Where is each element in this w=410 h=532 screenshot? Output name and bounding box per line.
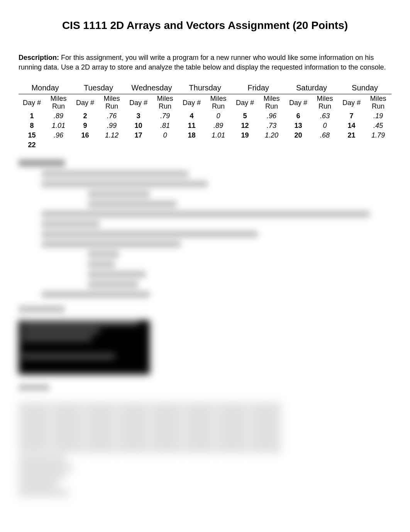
page-title: CIS 1111 2D Arrays and Vectors Assignmen… <box>19 19 391 32</box>
subheader-day: Day # <box>72 94 98 111</box>
day-number-cell: 8 <box>19 121 45 131</box>
miles-run-cell: .89 <box>205 121 232 131</box>
header-wednesday: Wednesday <box>125 82 178 94</box>
day-number-cell: 17 <box>125 131 152 140</box>
subheader-miles: MilesRun <box>205 94 232 111</box>
miles-run-cell <box>205 140 232 150</box>
miles-run-cell <box>258 140 285 150</box>
blurred-console-output <box>19 320 150 374</box>
day-number-cell: 9 <box>72 121 98 131</box>
header-monday: Monday <box>19 82 72 94</box>
miles-run-cell: .96 <box>258 111 285 121</box>
subheader-miles: MilesRun <box>45 94 72 111</box>
day-number-cell: 3 <box>125 111 152 121</box>
day-number-cell: 1 <box>19 111 45 121</box>
day-number-cell: 15 <box>19 131 45 140</box>
day-number-cell: 4 <box>178 111 205 121</box>
subheader-miles: MilesRun <box>312 94 338 111</box>
miles-run-cell: .68 <box>312 131 338 140</box>
table-row: 81.019.9910.8111.8912.7313014.45 <box>19 121 391 131</box>
table-row: 22 <box>19 140 391 150</box>
table-row: 15.96161.12170181.01191.2020.68211.79 <box>19 131 391 140</box>
miles-run-cell: .63 <box>312 111 338 121</box>
day-number-cell <box>338 140 365 150</box>
header-thursday: Thursday <box>178 82 232 94</box>
day-number-cell: 13 <box>285 121 312 131</box>
miles-run-cell: .45 <box>365 121 391 131</box>
subheader-day: Day # <box>178 94 205 111</box>
day-number-cell: 11 <box>178 121 205 131</box>
blurred-content-area <box>19 160 391 497</box>
subheader-miles: MilesRun <box>152 94 178 111</box>
miles-run-cell <box>45 140 72 150</box>
day-number-cell: 22 <box>19 140 45 150</box>
day-number-cell: 18 <box>178 131 205 140</box>
header-sunday: Sunday <box>338 82 391 94</box>
header-saturday: Saturday <box>285 82 338 94</box>
miles-run-cell: 1.12 <box>98 131 125 140</box>
miles-run-cell: 0 <box>205 111 232 121</box>
subheader-miles: MilesRun <box>258 94 285 111</box>
description-text: For this assignment, you will write a pr… <box>19 54 386 71</box>
miles-run-cell <box>365 140 391 150</box>
miles-run-cell: .73 <box>258 121 285 131</box>
day-number-cell: 7 <box>338 111 365 121</box>
description-label: Description: <box>19 54 59 61</box>
miles-run-cell: 0 <box>152 131 178 140</box>
day-number-cell <box>125 140 152 150</box>
day-number-cell: 16 <box>72 131 98 140</box>
miles-run-cell: 1.79 <box>365 131 391 140</box>
day-number-cell: 14 <box>338 121 365 131</box>
day-number-cell: 5 <box>232 111 258 121</box>
day-number-cell <box>285 140 312 150</box>
description-paragraph: Description: For this assignment, you wi… <box>19 53 391 72</box>
miles-run-cell: .96 <box>45 131 72 140</box>
table-header-row: Monday Tuesday Wednesday Thursday Friday… <box>19 82 391 94</box>
day-number-cell <box>232 140 258 150</box>
header-tuesday: Tuesday <box>72 82 125 94</box>
blurred-table <box>19 403 281 497</box>
miles-run-cell: .99 <box>98 121 125 131</box>
day-number-cell: 19 <box>232 131 258 140</box>
miles-run-cell: .19 <box>365 111 391 121</box>
subheader-miles: MilesRun <box>365 94 391 111</box>
miles-run-cell: 1.20 <box>258 131 285 140</box>
subheader-day: Day # <box>285 94 312 111</box>
miles-run-cell: .89 <box>45 111 72 121</box>
miles-run-cell: 0 <box>312 121 338 131</box>
subheader-day: Day # <box>232 94 258 111</box>
miles-run-cell: .76 <box>98 111 125 121</box>
header-friday: Friday <box>232 82 285 94</box>
miles-run-cell: 1.01 <box>45 121 72 131</box>
miles-run-cell: .81 <box>152 121 178 131</box>
subheader-day: Day # <box>125 94 152 111</box>
miles-run-cell: 1.01 <box>205 131 232 140</box>
subheader-day: Day # <box>19 94 45 111</box>
day-number-cell <box>72 140 98 150</box>
running-data-table: Monday Tuesday Wednesday Thursday Friday… <box>19 82 391 150</box>
day-number-cell <box>178 140 205 150</box>
miles-run-cell: .79 <box>152 111 178 121</box>
miles-run-cell <box>312 140 338 150</box>
subheader-miles: MilesRun <box>98 94 125 111</box>
table-row: 1.892.763.79405.966.637.19 <box>19 111 391 121</box>
day-number-cell: 12 <box>232 121 258 131</box>
table-subheader-row: Day # MilesRun Day # MilesRun Day # Mile… <box>19 94 391 111</box>
miles-run-cell <box>98 140 125 150</box>
subheader-day: Day # <box>338 94 365 111</box>
day-number-cell: 20 <box>285 131 312 140</box>
day-number-cell: 10 <box>125 121 152 131</box>
day-number-cell: 6 <box>285 111 312 121</box>
day-number-cell: 2 <box>72 111 98 121</box>
day-number-cell: 21 <box>338 131 365 140</box>
miles-run-cell <box>152 140 178 150</box>
